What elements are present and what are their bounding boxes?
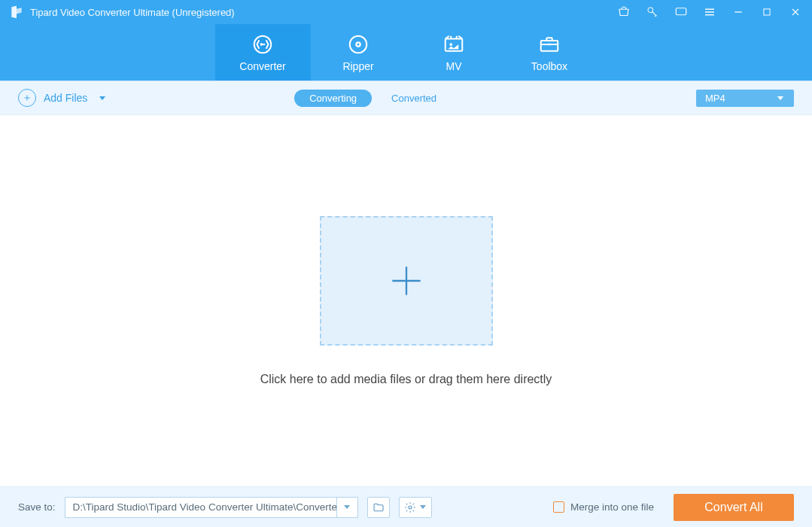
tab-label: Converter [239, 60, 285, 72]
open-folder-button[interactable] [367, 497, 390, 518]
svg-point-7 [357, 43, 360, 45]
minimize-icon[interactable] [731, 5, 746, 20]
merge-into-one-file-checkbox[interactable]: Merge into one file [553, 501, 654, 513]
tab-toolbox[interactable]: Toolbox [502, 24, 598, 81]
checkbox-icon [553, 501, 564, 513]
title-bar: Tipard Video Converter Ultimate (Unregis… [0, 0, 812, 24]
svg-rect-2 [764, 9, 770, 15]
chevron-down-icon [99, 96, 105, 100]
tab-label: MV [446, 60, 462, 72]
save-path-value: D:\Tipard Studio\Tipard Video Converter … [65, 501, 336, 513]
settings-button[interactable] [399, 497, 432, 518]
output-format-dropdown[interactable]: MP4 [696, 90, 794, 107]
app-title: Tipard Video Converter Ultimate (Unregis… [30, 7, 235, 18]
main-nav: Converter Ripper MV Toolbox [0, 24, 812, 81]
svg-rect-8 [446, 38, 463, 50]
status-tab-converted[interactable]: Converted [391, 93, 436, 104]
svg-marker-4 [261, 42, 264, 46]
bottom-bar: Save to: D:\Tipard Studio\Tipard Video C… [0, 486, 812, 527]
save-path-box: D:\Tipard Studio\Tipard Video Converter … [65, 497, 358, 518]
dropzone-hint: Click here to add media files or drag th… [260, 373, 552, 386]
merge-label: Merge into one file [570, 501, 654, 513]
chevron-down-icon [344, 505, 350, 509]
convert-all-button[interactable]: Convert All [674, 494, 794, 521]
titlebar-actions [616, 5, 803, 20]
converter-icon [251, 33, 274, 56]
tab-converter[interactable]: Converter [215, 24, 311, 81]
add-files-dropzone[interactable] [320, 216, 493, 346]
register-icon[interactable] [645, 5, 660, 20]
plus-icon [18, 89, 36, 107]
svg-rect-11 [548, 43, 551, 45]
mv-icon [442, 33, 465, 56]
close-icon[interactable] [788, 5, 803, 20]
add-files-button[interactable]: Add Files [18, 89, 105, 107]
chevron-down-icon [777, 96, 783, 100]
status-tab-converting[interactable]: Converting [294, 90, 372, 107]
tab-mv[interactable]: MV [406, 24, 502, 81]
app-logo-icon [9, 5, 24, 20]
output-format-value: MP4 [705, 93, 725, 104]
save-to-label: Save to: [18, 501, 56, 513]
menu-icon[interactable] [702, 5, 717, 20]
svg-point-0 [648, 8, 653, 13]
svg-point-12 [409, 506, 412, 509]
save-path-dropdown[interactable] [336, 498, 357, 517]
store-icon[interactable] [616, 5, 631, 20]
convert-all-to: Convert All to: MP4 [625, 90, 794, 107]
status-tabs: Converting Converted [105, 90, 625, 107]
toolbar: Add Files Converting Converted Convert A… [0, 81, 812, 115]
app-logo-area: Tipard Video Converter Ultimate (Unregis… [9, 5, 235, 20]
convert-all-to-label: Convert All to: [625, 93, 689, 104]
feedback-icon[interactable] [674, 5, 689, 20]
maximize-icon[interactable] [759, 5, 774, 20]
toolbox-icon [538, 33, 561, 56]
main-content: Click here to add media files or drag th… [0, 115, 812, 486]
svg-point-9 [449, 43, 452, 46]
tab-label: Ripper [342, 60, 373, 72]
svg-rect-10 [541, 41, 558, 51]
chevron-down-icon [420, 505, 426, 509]
add-files-label: Add Files [44, 92, 87, 104]
ripper-icon [347, 33, 370, 56]
tab-ripper[interactable]: Ripper [311, 24, 406, 81]
tab-label: Toolbox [531, 60, 567, 72]
